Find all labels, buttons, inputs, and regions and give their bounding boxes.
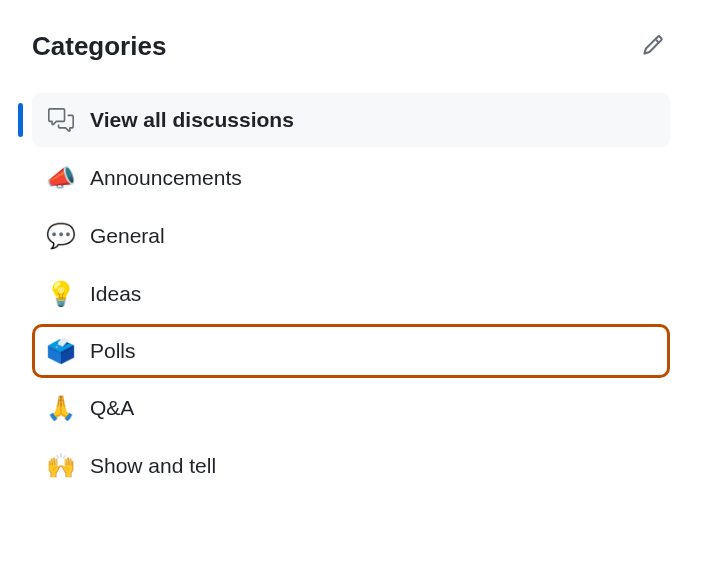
category-list: View all discussions 📣 Announcements 💬 G… [32, 93, 670, 493]
category-label: General [90, 224, 165, 248]
category-item-announcements[interactable]: 📣 Announcements [32, 151, 670, 205]
category-label: Q&A [90, 396, 134, 420]
category-item-view-all[interactable]: View all discussions [32, 93, 670, 147]
categories-title: Categories [32, 31, 166, 62]
category-item-qa[interactable]: 🙏 Q&A [32, 381, 670, 435]
megaphone-icon: 📣 [46, 163, 76, 193]
category-label: Show and tell [90, 454, 216, 478]
categories-header: Categories [32, 28, 670, 65]
category-item-polls[interactable]: 🗳️ Polls [32, 324, 670, 378]
category-label: Polls [90, 339, 136, 363]
raised-hands-icon: 🙌 [46, 451, 76, 481]
pray-icon: 🙏 [46, 393, 76, 423]
category-item-general[interactable]: 💬 General [32, 209, 670, 263]
category-label: Announcements [90, 166, 242, 190]
discussion-icon [46, 105, 76, 135]
category-label: View all discussions [90, 108, 294, 132]
pencil-icon [642, 34, 664, 59]
category-item-ideas[interactable]: 💡 Ideas [32, 267, 670, 321]
ballot-box-icon: 🗳️ [46, 336, 76, 366]
category-item-show-and-tell[interactable]: 🙌 Show and tell [32, 439, 670, 493]
speech-bubble-icon: 💬 [46, 221, 76, 251]
lightbulb-icon: 💡 [46, 279, 76, 309]
edit-categories-button[interactable] [636, 28, 670, 65]
category-label: Ideas [90, 282, 141, 306]
